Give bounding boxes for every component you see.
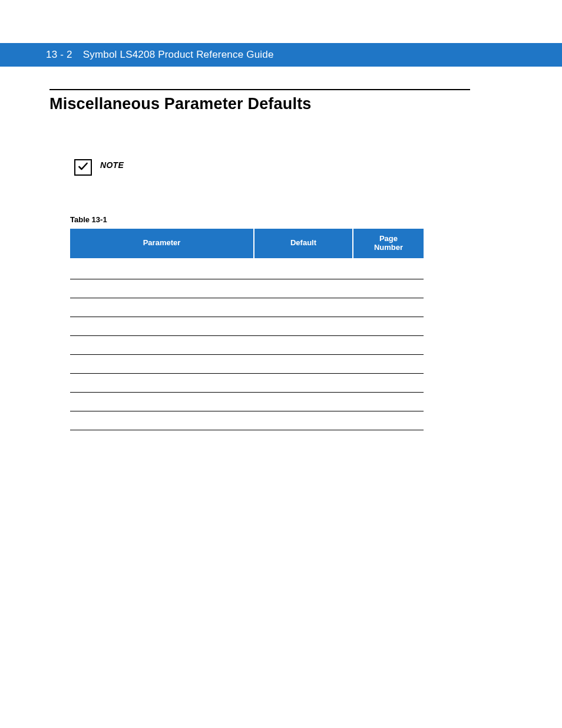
cell-page: [353, 317, 424, 336]
cell-default: [254, 317, 353, 336]
table-row: [70, 336, 424, 355]
cell-page: [353, 336, 424, 355]
cell-default: [254, 411, 353, 430]
cell-parameter: [70, 411, 254, 430]
page-header-bar: 13 - 2 Symbol LS4208 Product Reference G…: [0, 43, 562, 67]
cell-page: [353, 355, 424, 374]
cell-default: [254, 279, 353, 298]
page-content: Miscellaneous Parameter Defaults NOTE Ta…: [49, 89, 470, 430]
cell-parameter: [70, 355, 254, 374]
cell-page: [353, 393, 424, 411]
note-icon-box: [74, 159, 92, 176]
table-row: [70, 279, 424, 298]
cell-parameter: [70, 298, 254, 317]
cell-default: [254, 355, 353, 374]
table-header-row: Parameter Default Page Number: [70, 229, 424, 258]
column-header-default: Default: [254, 229, 353, 258]
table-caption: Table 13-1: [70, 215, 424, 224]
parameter-defaults-table: Parameter Default Page Number: [70, 229, 424, 430]
cell-page: [353, 279, 424, 298]
checkmark-icon: [77, 160, 89, 174]
note-block: NOTE: [74, 159, 470, 176]
cell-default: [254, 298, 353, 317]
cell-parameter: [70, 317, 254, 336]
table-row: [70, 258, 424, 279]
cell-parameter: [70, 393, 254, 411]
note-label: NOTE: [100, 160, 124, 170]
cell-page: [353, 258, 424, 279]
cell-parameter: [70, 336, 254, 355]
document-title: Symbol LS4208 Product Reference Guide: [83, 49, 274, 61]
cell-parameter: [70, 374, 254, 393]
cell-default: [254, 336, 353, 355]
section-title: Miscellaneous Parameter Defaults: [49, 95, 470, 113]
table-row: [70, 411, 424, 430]
cell-page: [353, 411, 424, 430]
table-body: [70, 258, 424, 430]
column-header-page-number: Page Number: [353, 229, 424, 258]
section-rule: [49, 89, 470, 90]
cell-page: [353, 298, 424, 317]
column-header-parameter: Parameter: [70, 229, 254, 258]
cell-default: [254, 374, 353, 393]
cell-page: [353, 374, 424, 393]
table-row: [70, 393, 424, 411]
cell-default: [254, 258, 353, 279]
page-number: 13 - 2: [46, 49, 72, 61]
table-row: [70, 317, 424, 336]
page: 13 - 2 Symbol LS4208 Product Reference G…: [0, 0, 562, 728]
table-row: [70, 298, 424, 317]
cell-default: [254, 393, 353, 411]
table-row: [70, 355, 424, 374]
cell-parameter: [70, 279, 254, 298]
cell-parameter: [70, 258, 254, 279]
table-row: [70, 374, 424, 393]
table-block: Table 13-1 Parameter Default Page Number: [70, 215, 424, 430]
